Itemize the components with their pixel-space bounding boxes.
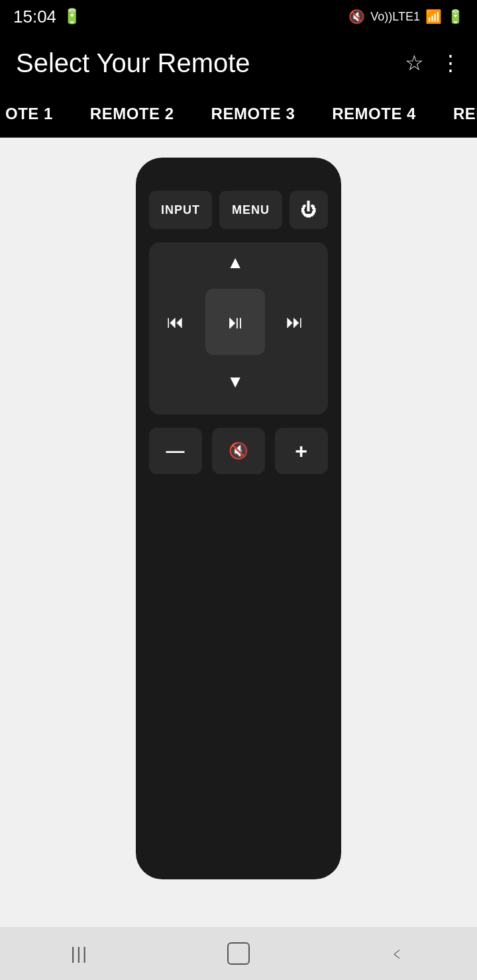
battery-status-icon: 🔋 [447, 9, 464, 24]
mute-icon: 🔇 [229, 442, 249, 460]
page-title: Select Your Remote [16, 48, 250, 78]
menu-button[interactable]: MENU [219, 191, 282, 229]
back-icon: ﹤ [389, 942, 406, 965]
status-bar: 15:04 🔋 🔇 Vo))LTE1 📶 🔋 [0, 0, 477, 33]
remote-control: INPUT MENU ⏻ ▲ ⏮ ⏯ ⏭ ▼ — [136, 158, 341, 879]
remote-top-row: INPUT MENU ⏻ [149, 191, 328, 229]
dpad-center-button[interactable]: ⏯ [205, 289, 265, 355]
input-button[interactable]: INPUT [149, 191, 212, 229]
recent-apps-icon: ||| [71, 944, 88, 964]
dpad-left-button[interactable]: ⏮ [167, 312, 184, 332]
remote-vol-row: — 🔇 + [149, 428, 328, 474]
status-time: 15:04 [13, 7, 56, 27]
power-button[interactable]: ⏻ [290, 191, 328, 229]
home-icon [227, 942, 250, 965]
app-header: Select Your Remote ☆ ⋮ [0, 33, 477, 93]
more-options-icon[interactable]: ⋮ [440, 50, 461, 75]
dpad-up-button[interactable]: ▲ [227, 252, 244, 273]
status-left: 15:04 🔋 [13, 7, 81, 27]
dpad-container: ▲ ⏮ ⏯ ⏭ ▼ [149, 242, 328, 415]
battery-icon: 🔋 [63, 8, 81, 25]
dpad-down-button[interactable]: ▼ [227, 371, 244, 392]
back-button[interactable]: ﹤ [378, 934, 417, 973]
header-actions: ☆ ⋮ [405, 50, 461, 75]
tab-remote3[interactable]: REMOTE 3 [193, 93, 314, 137]
tab-remote2[interactable]: REMOTE 2 [72, 93, 193, 137]
tab-remote4[interactable]: REMOTE 4 [313, 93, 435, 137]
tab-remote1[interactable]: OTE 1 [0, 93, 72, 137]
lte-icon: Vo))LTE1 [370, 10, 420, 24]
status-right: 🔇 Vo))LTE1 📶 🔋 [348, 9, 464, 24]
favorite-icon[interactable]: ☆ [405, 50, 424, 75]
volume-up-button[interactable]: + [275, 428, 328, 474]
tab-bar: OTE 1 REMOTE 2 REMOTE 3 REMOTE 4 REMO [0, 93, 477, 138]
recent-apps-button[interactable]: ||| [60, 934, 99, 973]
dpad-right-button[interactable]: ⏭ [286, 312, 303, 332]
volume-down-button[interactable]: — [149, 428, 202, 474]
nav-bar: ||| ﹤ [0, 927, 477, 980]
home-button[interactable] [219, 934, 258, 973]
mute-status-icon: 🔇 [348, 9, 365, 24]
tab-remote5[interactable]: REMO [435, 93, 477, 137]
mute-button[interactable]: 🔇 [212, 428, 265, 474]
signal-bars-icon: 📶 [425, 9, 442, 24]
main-content: INPUT MENU ⏻ ▲ ⏮ ⏯ ⏭ ▼ — [0, 138, 477, 927]
